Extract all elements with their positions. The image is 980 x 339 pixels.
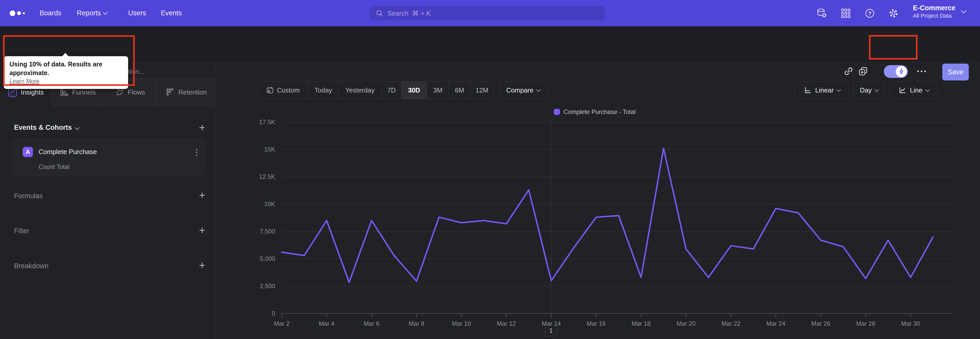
section-filter: Filter bbox=[14, 227, 29, 235]
svg-text:Mar 26: Mar 26 bbox=[811, 320, 830, 327]
range-custom[interactable]: Custom bbox=[258, 82, 308, 99]
retention-icon bbox=[165, 87, 175, 97]
global-search[interactable] bbox=[370, 6, 605, 21]
svg-text:7,500: 7,500 bbox=[260, 228, 275, 235]
svg-text:2,500: 2,500 bbox=[260, 283, 275, 289]
chart-type-dropdown[interactable]: Line bbox=[890, 81, 937, 99]
tab-retention[interactable]: Retention bbox=[156, 78, 215, 106]
svg-text:Mar 10: Mar 10 bbox=[452, 320, 471, 327]
event-options-kebab-icon[interactable] bbox=[196, 149, 197, 156]
add-event-button[interactable]: + bbox=[197, 123, 207, 133]
event-metric[interactable]: Count Total bbox=[38, 163, 69, 170]
annotation-box-sampled bbox=[3, 35, 135, 86]
report-title-bar: Untitled Sampled + Add description... bbox=[0, 26, 980, 62]
svg-text:10K: 10K bbox=[264, 200, 275, 208]
range-7d[interactable]: 7D bbox=[382, 82, 401, 99]
project-chevron-icon bbox=[961, 8, 966, 13]
annotation-box-toggle bbox=[869, 35, 918, 59]
svg-text:Mar 18: Mar 18 bbox=[632, 320, 651, 327]
svg-text:0: 0 bbox=[272, 310, 275, 317]
page-number-button[interactable]: 1 bbox=[545, 325, 557, 336]
add-filter-button[interactable]: + bbox=[197, 225, 207, 235]
insights-icon bbox=[8, 88, 18, 98]
svg-text:Mar 6: Mar 6 bbox=[364, 320, 379, 327]
search-icon bbox=[375, 10, 383, 17]
range-6m[interactable]: 6M bbox=[449, 82, 470, 99]
range-3m[interactable]: 3M bbox=[427, 82, 449, 99]
svg-text:Mar 2: Mar 2 bbox=[274, 320, 290, 327]
copy-link-icon[interactable] bbox=[842, 65, 855, 77]
calendar-icon bbox=[266, 86, 274, 94]
project-scope: All Project Data bbox=[913, 12, 956, 19]
nav-item-events[interactable]: Events bbox=[161, 0, 182, 26]
add-breakdown-button[interactable]: + bbox=[197, 260, 207, 270]
svg-text:Mar 24: Mar 24 bbox=[767, 320, 786, 327]
chevron-down-icon bbox=[103, 10, 107, 14]
more-options-button[interactable]: ··· bbox=[917, 66, 928, 77]
data-management-icon[interactable] bbox=[817, 8, 827, 19]
apps-grid-icon[interactable] bbox=[840, 8, 851, 19]
range-30d[interactable]: 30D bbox=[401, 82, 427, 99]
section-breakdown: Breakdown bbox=[14, 262, 48, 270]
insights-report-screen: Boards Reports Users Events bbox=[0, 0, 980, 339]
search-input[interactable] bbox=[387, 9, 599, 18]
add-formula-button[interactable]: + bbox=[197, 190, 207, 200]
compare-dropdown[interactable]: Compare bbox=[499, 81, 547, 99]
mixpanel-logo-icon[interactable] bbox=[10, 0, 25, 26]
toggle-knob bbox=[896, 66, 907, 77]
top-nav: Boards Reports Users Events bbox=[0, 0, 980, 26]
range-today[interactable]: Today bbox=[308, 82, 338, 99]
date-range-selector: Custom Today Yesterday 7D 30D 3M 6M 12M bbox=[258, 81, 494, 99]
nav-item-boards[interactable]: Boards bbox=[40, 0, 62, 26]
duplicate-icon[interactable] bbox=[857, 65, 869, 77]
sampling-toggle[interactable] bbox=[884, 65, 908, 78]
lightning-bolt-icon bbox=[898, 68, 905, 75]
svg-text:Mar 12: Mar 12 bbox=[497, 320, 516, 327]
event-name: Complete Purchase bbox=[38, 148, 97, 156]
chevron-down-icon bbox=[75, 125, 80, 130]
events-cohorts-header[interactable]: Events & Cohorts bbox=[14, 124, 79, 131]
nav-item-reports[interactable]: Reports bbox=[77, 0, 107, 26]
project-name: E-Commerce bbox=[913, 3, 956, 12]
series-letter-badge: A bbox=[23, 147, 33, 157]
divider bbox=[934, 65, 934, 78]
range-yesterday[interactable]: Yesterday bbox=[338, 82, 382, 99]
insights-line-chart[interactable]: 02,5005,0007,50010K12.5K15K17.5KMar 2Mar… bbox=[250, 110, 962, 337]
svg-text:15K: 15K bbox=[264, 146, 275, 153]
scale-dropdown[interactable]: Linear bbox=[794, 81, 849, 99]
range-12m[interactable]: 12M bbox=[470, 82, 493, 99]
line-chart-icon bbox=[898, 86, 907, 94]
granularity-dropdown[interactable]: Day bbox=[853, 81, 885, 99]
svg-text:Mar 20: Mar 20 bbox=[676, 320, 696, 327]
svg-text:5,000: 5,000 bbox=[260, 255, 275, 262]
svg-text:Mar 16: Mar 16 bbox=[587, 320, 606, 327]
svg-text:Mar 4: Mar 4 bbox=[319, 320, 334, 327]
svg-text:17.5K: 17.5K bbox=[259, 118, 275, 125]
svg-text:Mar 8: Mar 8 bbox=[409, 320, 424, 327]
save-button[interactable]: Save bbox=[942, 64, 969, 80]
nav-item-users[interactable]: Users bbox=[128, 0, 146, 26]
svg-text:Mar 30: Mar 30 bbox=[901, 320, 920, 327]
linear-scale-icon bbox=[803, 86, 812, 94]
settings-gear-icon[interactable] bbox=[888, 8, 899, 19]
project-selector[interactable]: E-Commerce All Project Data bbox=[913, 3, 956, 19]
svg-text:Mar 22: Mar 22 bbox=[721, 320, 741, 327]
svg-text:?: ? bbox=[868, 10, 872, 16]
help-icon[interactable]: ? bbox=[864, 8, 875, 19]
event-card-complete-purchase[interactable]: A Complete Purchase Count Total bbox=[12, 139, 204, 175]
svg-text:12.5K: 12.5K bbox=[259, 173, 275, 180]
svg-text:Mar 28: Mar 28 bbox=[856, 320, 875, 327]
section-formulas: Formulas bbox=[14, 192, 43, 200]
